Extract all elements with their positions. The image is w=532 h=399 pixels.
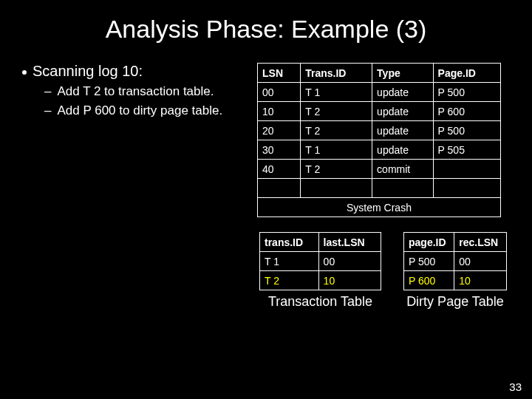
page-number: 33 <box>509 381 522 393</box>
table-row: 40T 2commit <box>258 160 501 179</box>
transaction-table: trans.ID last.LSN T 100 T 210 <box>259 232 381 290</box>
table-row: P 50000 <box>404 252 507 271</box>
table-row: 30T 1updateP 505 <box>258 140 501 160</box>
log-h-transid: Trans.ID <box>301 64 372 83</box>
scan-heading: Scanning log 10: <box>33 63 143 80</box>
table-row: T 210 <box>260 271 381 290</box>
tt-h-lastlsn: last.LSN <box>318 233 381 252</box>
table-row: 10T 2updateP 600 <box>258 102 501 121</box>
log-h-type: Type <box>372 64 434 83</box>
dirty-page-table: page.ID rec.LSN P 50000 P 60010 <box>403 232 507 290</box>
dirty-page-table-caption: Dirty Page Table <box>406 295 504 310</box>
scan-sub2: Add P 600 to dirty page table. <box>57 103 222 118</box>
log-h-lsn: LSN <box>258 64 301 83</box>
table-row: P 60010 <box>404 271 507 290</box>
log-table: LSN Trans.ID Type Page.ID 00T 1updateP 5… <box>257 63 501 217</box>
dash-icon: – <box>44 103 51 118</box>
slide-title: Analysis Phase: Example (3) <box>22 15 510 44</box>
dt-h-pageid: page.ID <box>404 233 454 252</box>
table-row: T 100 <box>260 252 381 271</box>
tt-h-transid: trans.ID <box>260 233 319 252</box>
table-row <box>258 179 501 198</box>
log-h-pageid: Page.ID <box>433 64 500 83</box>
scan-sub1: Add T 2 to transaction table. <box>57 84 214 99</box>
dash-icon: – <box>44 84 51 99</box>
table-row: trans.ID last.LSN <box>260 233 381 252</box>
table-row: 20T 2updateP 500 <box>258 121 501 140</box>
table-row: LSN Trans.ID Type Page.ID <box>258 64 501 83</box>
table-row: 00T 1updateP 500 <box>258 83 501 102</box>
transaction-table-caption: Transaction Table <box>268 295 372 310</box>
left-text: Scanning log 10: – Add T 2 to transactio… <box>22 63 244 310</box>
table-row: page.ID rec.LSN <box>404 233 507 252</box>
bullet-dot <box>22 70 27 75</box>
table-row: System Crash <box>258 198 501 217</box>
dt-h-reclsn: rec.LSN <box>454 233 507 252</box>
system-crash-row: System Crash <box>258 198 501 217</box>
